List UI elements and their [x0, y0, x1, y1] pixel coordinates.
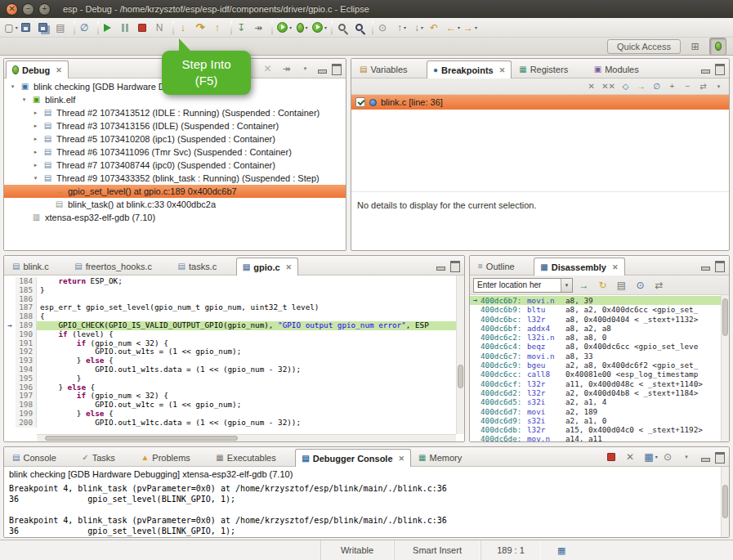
- view-tab[interactable]: ● Breakpoints ✕: [427, 60, 512, 78]
- breakpoint-checkbox[interactable]: [355, 97, 365, 107]
- pin-editor-button[interactable]: ⊙ ▾: [376, 19, 393, 37]
- expand-arrow-icon[interactable]: ▸: [32, 136, 39, 142]
- scrollbar-thumb[interactable]: [45, 436, 238, 441]
- search-button[interactable]: ▾: [352, 19, 369, 37]
- suspend-button[interactable]: ▾: [118, 19, 136, 37]
- disassembly-line[interactable]: → 400dc6c4: beqz a8, 0x400dc6cc <gpio_se…: [470, 342, 721, 351]
- previous-annotation-button[interactable]: ↑ ▾: [393, 19, 410, 37]
- debug-button[interactable]: ▾: [293, 19, 311, 37]
- view-tab[interactable]: ▤ Console ✕: [6, 448, 74, 466]
- terminate-button[interactable]: ▾: [605, 448, 622, 466]
- quick-access-button[interactable]: Quick Access: [607, 39, 681, 54]
- drop-to-frame-button[interactable]: ↧ ▾: [235, 19, 252, 37]
- tree-item-thread[interactable]: ▸ ▤ Thread #6 1073411096 (Tmr Svc) (Susp…: [4, 146, 346, 159]
- link-with-debug-button[interactable]: ⇄: [696, 80, 710, 93]
- maximize-button[interactable]: [713, 259, 726, 271]
- scrollbar-thumb[interactable]: [722, 485, 728, 518]
- expand-arrow-icon[interactable]: ▸: [32, 149, 39, 155]
- code-editor[interactable]: → 184 return ESP_OK; → 185 } → 186 → 187…: [4, 276, 464, 441]
- breakpoint-row[interactable]: blink.c [line: 36]: [351, 95, 729, 110]
- tab-close-icon[interactable]: ✕: [56, 66, 62, 74]
- view-tab[interactable]: ▤ Variables ✕: [353, 60, 426, 78]
- disassembly-line[interactable]: → 400dc6d5: s32i a2, a1, 4: [470, 397, 721, 406]
- new-wizard-button[interactable]: ▢ ▾: [2, 19, 20, 37]
- tab-close-icon[interactable]: ✕: [612, 263, 619, 271]
- view-tab[interactable]: ≡ Outline ✕: [472, 257, 533, 275]
- skip-all-breakpoints-toggle[interactable]: ∅: [650, 80, 664, 93]
- view-menu-icon[interactable]: ▼ ▾: [680, 448, 697, 466]
- expand-arrow-icon[interactable]: ▾: [32, 175, 39, 181]
- scrollbar-thumb[interactable]: [722, 298, 728, 337]
- save-all-button[interactable]: ▾: [37, 19, 54, 37]
- track-expression-button[interactable]: ⊙: [632, 276, 649, 294]
- disassembly-line[interactable]: → 400dc6cf: l32r a11, 0x400d048c < _stex…: [470, 379, 721, 388]
- skip-all-breakpoints-button[interactable]: ∅ ▾: [78, 19, 95, 37]
- editor-vertical-scrollbar[interactable]: [456, 276, 464, 434]
- step-return-button[interactable]: ↑ ▾: [211, 19, 228, 37]
- editor-tab[interactable]: ▤ freertos_hooks.c ✕: [68, 257, 170, 275]
- view-menu-icon[interactable]: ▼: [297, 60, 314, 78]
- view-tab[interactable]: ▦ Registers ✕: [512, 60, 586, 78]
- minimize-button[interactable]: [316, 62, 329, 74]
- go-to-file-button[interactable]: →: [634, 80, 648, 93]
- tree-item-thread[interactable]: ▸ ▤ Thread #7 1073408744 (ipc0) (Suspend…: [4, 159, 346, 172]
- remove-breakpoint-button[interactable]: ✕: [584, 80, 598, 93]
- expand-arrow-icon[interactable]: ▸: [32, 110, 39, 116]
- forward-button[interactable]: → ▾: [462, 19, 479, 37]
- minimize-button[interactable]: [699, 450, 712, 463]
- display-selected-console-button[interactable]: ▦ ▾: [642, 448, 659, 466]
- instruction-stepping-button[interactable]: ↠ ▾: [252, 19, 269, 37]
- open-element-button[interactable]: ▾: [335, 19, 352, 37]
- expand-arrow-icon[interactable]: ▸: [32, 123, 39, 129]
- expand-arrow-icon[interactable]: ▾: [9, 83, 16, 90]
- disassembly-line[interactable]: → 400dc6bc: l32r a8, 0x400d0404 < _stext…: [470, 315, 721, 324]
- tab-close-icon[interactable]: ✕: [499, 66, 506, 74]
- tree-item-target[interactable]: ▾ ▣ blink.elf: [4, 93, 346, 106]
- tree-item-process[interactable]: ▥ xtensa-esp32-elf-gdb (7.10): [4, 211, 346, 224]
- disassembly-line[interactable]: → 400dc6d9: s32i a2, a1, 0: [470, 416, 721, 425]
- minimize-button[interactable]: [699, 259, 712, 271]
- expand-all-button[interactable]: +: [665, 80, 679, 93]
- tab-close-icon[interactable]: ✕: [286, 263, 293, 271]
- collapse-all-button[interactable]: −: [681, 80, 695, 93]
- terminate-button[interactable]: ▾: [136, 19, 153, 37]
- save-button[interactable]: ▾: [20, 19, 37, 37]
- remove-terminated-button[interactable]: ✕: [259, 60, 276, 78]
- expand-arrow-icon[interactable]: ▾: [20, 96, 28, 103]
- external-tools-button[interactable]: ▾: [311, 19, 329, 37]
- console-content[interactable]: blink checking [GDB Hardware Debugging] …: [4, 467, 729, 537]
- show-source-button[interactable]: ▤: [613, 276, 630, 294]
- editor-tab[interactable]: ▤ tasks.c ✕: [172, 257, 235, 275]
- disassembly-line[interactable]: → 400dc6bf: addx4 a8, a2, a8: [470, 324, 721, 333]
- disassembly-line[interactable]: → 400dc6c9: bgeu a2, a8, 0x400dc6f2 <gpi…: [470, 361, 721, 370]
- run-button[interactable]: ▾: [275, 19, 293, 37]
- pin-console-button[interactable]: ⊙ ▾: [661, 448, 678, 466]
- tree-item-thread[interactable]: ▾ ▤ Thread #9 1073433352 (blink_task : R…: [4, 172, 346, 185]
- last-edit-location-button[interactable]: ↶ ▾: [427, 19, 445, 37]
- disassembly-line[interactable]: → 400dc6b9: bltu a8, a2, 0x400dc6cc <gpi…: [470, 305, 721, 314]
- go-to-pc-button[interactable]: →: [575, 276, 592, 294]
- view-tab[interactable]: ▦ Disassembly ✕: [534, 258, 624, 276]
- disassembly-line[interactable]: → 400dc6d7: movi a2, 189: [470, 407, 721, 416]
- view-menu-icon[interactable]: ▼: [712, 80, 726, 93]
- disassembly-line[interactable]: → 400dc6d2: l32r a2, 0x400d04b8 < _stext…: [470, 388, 721, 397]
- window-maximize-button[interactable]: +: [38, 3, 51, 16]
- console-scrollbar[interactable]: [721, 467, 729, 537]
- disassembly-content[interactable]: → 400dc6b7: movi.n a8, 39 → 400dc6b9: bl…: [470, 295, 729, 441]
- step-into-button[interactable]: ↓ ▾: [177, 19, 194, 37]
- tree-item-thread[interactable]: ▸ ▤ Thread #2 1073413512 (IDLE : Running…: [4, 106, 346, 119]
- editor-tab[interactable]: ▤ gpio.c ✕: [236, 258, 298, 276]
- view-tab[interactable]: ▲ Problems ✕: [134, 448, 208, 466]
- disassembly-line[interactable]: → 400dc6c7: movi.n a8, 33: [470, 352, 721, 361]
- tree-item-stack-frame[interactable]: ▤ blink_task() at blink.c:33 0x400dbc2a: [4, 198, 346, 211]
- open-perspective-button[interactable]: ⊞: [686, 38, 704, 56]
- disassembly-line[interactable]: → 400dc6cc: call8 0x40081e00 <esp_log_ti…: [470, 370, 721, 379]
- tab-close-icon[interactable]: ✕: [399, 455, 405, 463]
- refresh-button[interactable]: ↻: [594, 276, 611, 294]
- tree-item-thread[interactable]: ▸ ▤ Thread #5 1073410208 (ipc1) (Suspend…: [4, 132, 346, 146]
- window-close-button[interactable]: ✕: [6, 3, 18, 16]
- back-button[interactable]: ← ▾: [445, 19, 462, 37]
- location-combo[interactable]: Enter location her ▼: [473, 278, 573, 293]
- editor-horizontal-scrollbar[interactable]: [37, 434, 456, 441]
- view-tab[interactable]: ▦ Executables ✕: [209, 448, 294, 466]
